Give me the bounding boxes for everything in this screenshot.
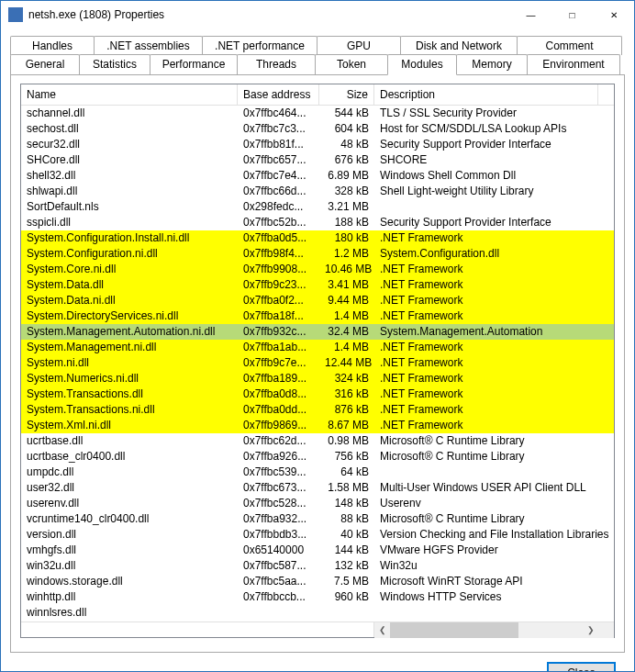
table-row[interactable]: System.Numerics.ni.dll0x7ffba189...324 k… bbox=[21, 371, 614, 386]
table-row[interactable]: System.Management.ni.dll0x7ffba1ab...1.4… bbox=[21, 340, 614, 355]
table-row[interactable]: win32u.dll0x7ffbc587...132 kBWin32u bbox=[21, 558, 614, 574]
table-row[interactable]: System.Configuration.Install.ni.dll0x7ff… bbox=[21, 230, 614, 246]
table-row[interactable]: shell32.dll0x7ffbc7e4...6.89 MBWindows S… bbox=[21, 168, 614, 184]
table-row[interactable]: ucrtbase.dll0x7ffbc62d...0.98 MBMicrosof… bbox=[21, 433, 614, 449]
table-row[interactable]: SortDefault.nls0x298fedc...3.21 MB bbox=[21, 199, 614, 215]
scroll-track[interactable] bbox=[390, 622, 583, 638]
table-row[interactable]: user32.dll0x7ffbc673...1.58 MBMulti-User… bbox=[21, 480, 614, 496]
tab-comment[interactable]: Comment bbox=[517, 36, 622, 55]
tab-token[interactable]: Token bbox=[315, 54, 388, 75]
table-row[interactable]: winhttp.dll0x7ffbbccb...960 kBWindows HT… bbox=[21, 589, 614, 605]
table-row[interactable]: schannel.dll0x7ffbc464...544 kBTLS / SSL… bbox=[21, 106, 614, 121]
listview-body[interactable]: schannel.dll0x7ffbc464...544 kBTLS / SSL… bbox=[21, 106, 614, 622]
table-row[interactable]: System.Data.dll0x7ffb9c23...3.41 MB.NET … bbox=[21, 277, 614, 293]
table-row[interactable]: System.ni.dll0x7ffb9c7e...12.44 MB.NET F… bbox=[21, 355, 614, 371]
table-row[interactable]: System.Configuration.ni.dll0x7ffb98f4...… bbox=[21, 246, 614, 262]
table-row[interactable]: windows.storage.dll0x7ffbc5aa...7.5 MBMi… bbox=[21, 574, 614, 589]
table-row[interactable]: System.Transactions.ni.dll0x7ffba0dd...8… bbox=[21, 402, 614, 418]
table-row[interactable]: System.Xml.ni.dll0x7ffb9869...8.67 MB.NE… bbox=[21, 418, 614, 433]
table-row[interactable]: SHCore.dll0x7ffbc657...676 kBSHCORE bbox=[21, 152, 614, 168]
scroll-thumb[interactable] bbox=[390, 622, 518, 638]
tab-disk-and-network[interactable]: Disk and Network bbox=[400, 36, 518, 55]
tab-statistics[interactable]: Statistics bbox=[79, 54, 150, 75]
tabs-row-1: Handles.NET assemblies.NET performanceGP… bbox=[10, 36, 625, 55]
table-row[interactable]: System.Data.ni.dll0x7ffba0f2...9.44 MB.N… bbox=[21, 293, 614, 308]
window-title: netsh.exe (1808) Properties bbox=[28, 8, 510, 21]
modules-panel: Name Base address Size Description schan… bbox=[10, 74, 625, 653]
table-row[interactable]: winnlsres.dll bbox=[21, 605, 614, 621]
table-row[interactable]: umpdc.dll0x7ffbc539...64 kB bbox=[21, 465, 614, 480]
table-row[interactable]: System.Transactions.dll0x7ffba0d8...316 … bbox=[21, 386, 614, 402]
tab-threads[interactable]: Threads bbox=[237, 54, 316, 75]
column-name[interactable]: Name bbox=[21, 84, 238, 105]
table-row[interactable]: ucrtbase_clr0400.dll0x7ffba926...756 kBM… bbox=[21, 449, 614, 465]
table-row[interactable]: System.Core.ni.dll0x7ffb9908...10.46 MB.… bbox=[21, 262, 614, 277]
table-row[interactable]: sspicli.dll0x7ffbc52b...188 kBSecurity S… bbox=[21, 215, 614, 230]
modules-listview[interactable]: Name Base address Size Description schan… bbox=[20, 84, 615, 638]
table-row[interactable]: userenv.dll0x7ffbc528...148 kBUserenv bbox=[21, 496, 614, 511]
minimize-button[interactable]: — bbox=[510, 1, 551, 28]
dialog-footer: Close bbox=[10, 653, 625, 672]
table-row[interactable]: shlwapi.dll0x7ffbc66d...328 kBShell Ligh… bbox=[21, 184, 614, 199]
tab-modules[interactable]: Modules bbox=[387, 54, 457, 75]
table-row[interactable]: sechost.dll0x7ffbc7c3...604 kBHost for S… bbox=[21, 121, 614, 137]
scroll-right-icon[interactable]: ❯ bbox=[583, 622, 598, 638]
tab-general[interactable]: General bbox=[10, 54, 80, 75]
scroll-left-icon[interactable]: ❮ bbox=[374, 622, 390, 638]
title-bar[interactable]: netsh.exe (1808) Properties — □ ✕ bbox=[1, 1, 634, 28]
table-row[interactable]: secur32.dll0x7ffbb81f...48 kBSecurity Su… bbox=[21, 137, 614, 152]
close-window-button[interactable]: ✕ bbox=[593, 1, 634, 28]
table-row[interactable]: vcruntime140_clr0400.dll0x7ffba932...88 … bbox=[21, 511, 614, 527]
column-base-address[interactable]: Base address bbox=[238, 84, 319, 105]
tab-performance[interactable]: Performance bbox=[150, 54, 238, 75]
app-icon bbox=[8, 7, 23, 22]
maximize-button[interactable]: □ bbox=[551, 1, 593, 28]
tab--net-performance[interactable]: .NET performance bbox=[202, 36, 318, 55]
table-row[interactable]: version.dll0x7ffbbdb3...40 kBVersion Che… bbox=[21, 527, 614, 543]
tab--net-assemblies[interactable]: .NET assemblies bbox=[94, 36, 203, 55]
tab-memory[interactable]: Memory bbox=[456, 54, 528, 75]
listview-header[interactable]: Name Base address Size Description bbox=[21, 84, 614, 106]
close-button[interactable]: Close bbox=[547, 662, 616, 672]
horizontal-scrollbar[interactable]: ❮ ❯ bbox=[21, 622, 614, 637]
tabs-row-2: GeneralStatisticsPerformanceThreadsToken… bbox=[10, 54, 625, 75]
tab-gpu[interactable]: GPU bbox=[317, 36, 401, 55]
tab-handles[interactable]: Handles bbox=[10, 36, 95, 55]
column-description[interactable]: Description bbox=[374, 84, 598, 105]
table-row[interactable]: System.Management.Automation.ni.dll0x7ff… bbox=[21, 324, 614, 340]
table-row[interactable]: System.DirectoryServices.ni.dll0x7ffba18… bbox=[21, 308, 614, 324]
tab-environment[interactable]: Environment bbox=[527, 54, 620, 75]
table-row[interactable]: vmhgfs.dll0x65140000144 kBVMware HGFS Pr… bbox=[21, 543, 614, 558]
column-size[interactable]: Size bbox=[319, 84, 374, 105]
